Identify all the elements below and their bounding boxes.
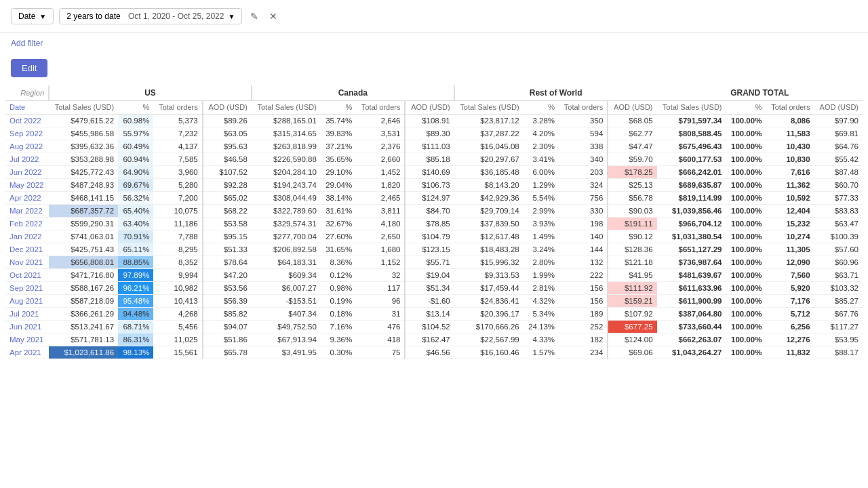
date-filter-button[interactable]: Date ▼ — [11, 8, 54, 24]
gt-orders-cell: 7,176 — [766, 295, 814, 308]
ca-orders-cell: 3,531 — [356, 127, 405, 140]
row-orders-header: Total orders — [559, 101, 608, 115]
gt-pct-cell: 100.00% — [726, 140, 766, 153]
us-sales-cell: $395,632.36 — [49, 140, 118, 153]
us-pct-cell: 60.94% — [118, 153, 153, 166]
us-sales-cell: $571,781.13 — [49, 333, 118, 346]
ca-orders-cell: 4,180 — [356, 218, 405, 230]
gt-sales-cell: $1,039,856.46 — [657, 205, 726, 218]
us-aod-cell: $89.26 — [203, 115, 252, 127]
ca-aod-cell: $124.97 — [405, 192, 454, 205]
us-aod-cell: $65.02 — [203, 192, 252, 205]
ca-sales-cell: $308,044.49 — [252, 192, 321, 205]
row-sales-cell: $9,313.53 — [454, 269, 524, 282]
ca-aod-header: AOD (USD) — [405, 101, 454, 115]
row-pct-cell: 24.13% — [524, 321, 559, 333]
us-aod-cell: $47.20 — [203, 269, 252, 282]
gt-pct-cell: 100.00% — [726, 282, 766, 295]
row-sales-cell: $23,817.12 — [454, 115, 524, 127]
row-aod-cell: $677.25 — [608, 321, 656, 333]
us-sales-cell: $656,808.01 — [49, 256, 118, 269]
table-row: Apr 2021 $1,023,611.86 98.13% 15,561 $65… — [5, 346, 863, 359]
gt-sales-cell: $1,043,264.27 — [657, 346, 726, 359]
gt-pct-cell: 100.00% — [726, 192, 766, 205]
ca-aod-cell: $111.03 — [405, 140, 454, 153]
table-row: Oct 2022 $479,615.22 60.98% 5,373 $89.26… — [5, 115, 863, 127]
gt-pct-cell: 100.00% — [726, 205, 766, 218]
us-sales-cell: $487,248.93 — [49, 179, 118, 192]
ca-aod-cell: $123.15 — [405, 243, 454, 256]
ca-aod-cell: $104.52 — [405, 321, 454, 333]
gt-orders-cell: 10,274 — [766, 230, 814, 243]
us-orders-cell: 5,456 — [153, 321, 202, 333]
date-cell: May 2021 — [5, 333, 49, 346]
ca-sales-cell: $49,752.50 — [252, 321, 321, 333]
gt-aod-cell: $87.48 — [814, 166, 863, 179]
ca-pct-cell: 8.36% — [321, 256, 356, 269]
date-cell: Jun 2021 — [5, 321, 49, 333]
row-sales-cell: $24,836.41 — [454, 295, 524, 308]
row-pct-cell: 1.49% — [524, 230, 559, 243]
gt-orders-cell: 15,232 — [766, 218, 814, 230]
gt-orders-cell: 11,583 — [766, 127, 814, 140]
gt-orders-cell: 7,560 — [766, 269, 814, 282]
gt-pct-cell: 100.00% — [726, 256, 766, 269]
ca-sales-cell: $64,183.31 — [252, 256, 321, 269]
us-sales-cell: $599,290.31 — [49, 218, 118, 230]
ca-orders-cell: 1,152 — [356, 256, 405, 269]
row-aod-cell: $128.36 — [608, 243, 656, 256]
us-pct-cell: 96.21% — [118, 282, 153, 295]
row-pct-cell: 1.99% — [524, 269, 559, 282]
chevron-down-icon: ▼ — [39, 13, 46, 20]
table-row: Aug 2022 $395,632.36 60.49% 4,137 $95.63… — [5, 140, 863, 153]
row-orders-cell: 324 — [559, 179, 608, 192]
date-range-button[interactable]: 2 years to date Oct 1, 2020 - Oct 25, 20… — [59, 8, 242, 24]
gt-sales-cell: $791,597.34 — [657, 115, 726, 127]
gt-orders-header: Total orders — [766, 101, 814, 115]
us-pct-cell: 97.89% — [118, 269, 153, 282]
us-aod-cell: $53.56 — [203, 282, 252, 295]
row-sales-cell: $29,709.14 — [454, 205, 524, 218]
ca-pct-cell: 31.61% — [321, 205, 356, 218]
close-filter-icon[interactable]: ✕ — [267, 9, 280, 23]
row-pct-cell: 3.41% — [524, 153, 559, 166]
row-pct-cell: 5.54% — [524, 192, 559, 205]
ca-orders-cell: 117 — [356, 282, 405, 295]
row-pct-cell: 6.00% — [524, 166, 559, 179]
ca-aod-cell: $55.71 — [405, 256, 454, 269]
edit-filter-icon[interactable]: ✎ — [248, 9, 261, 23]
date-cell: Mar 2022 — [5, 205, 49, 218]
gt-aod-cell: $77.33 — [814, 192, 863, 205]
gt-orders-cell: 10,430 — [766, 140, 814, 153]
ca-pct-cell: 38.14% — [321, 192, 356, 205]
edit-button[interactable]: Edit — [11, 59, 47, 77]
us-orders-cell: 7,788 — [153, 230, 202, 243]
row-aod-cell: $90.12 — [608, 230, 656, 243]
row-sales-cell: $8,143.20 — [454, 179, 524, 192]
gt-pct-cell: 100.00% — [726, 166, 766, 179]
gt-aod-cell: $88.17 — [814, 346, 863, 359]
table-row: Jan 2022 $741,063.01 70.91% 7,788 $95.15… — [5, 230, 863, 243]
row-orders-cell: 234 — [559, 346, 608, 359]
add-filter-link[interactable]: Add filter — [0, 33, 868, 54]
row-aod-cell: $90.03 — [608, 205, 656, 218]
ca-pct-cell: 0.98% — [321, 282, 356, 295]
row-pct-cell: 3.28% — [524, 115, 559, 127]
table-row: May 2022 $487,248.93 69.67% 5,280 $92.28… — [5, 179, 863, 192]
gt-pct-cell: 100.00% — [726, 346, 766, 359]
range-value: Oct 1, 2020 - Oct 25, 2022 — [128, 12, 224, 21]
ca-sales-cell: $194,243.74 — [252, 179, 321, 192]
gt-sales-cell: $689,635.87 — [657, 179, 726, 192]
gt-aod-cell: $57.60 — [814, 243, 863, 256]
us-pct-cell: 70.91% — [118, 230, 153, 243]
row-orders-cell: 222 — [559, 269, 608, 282]
us-orders-cell: 9,994 — [153, 269, 202, 282]
ca-pct-cell: 27.60% — [321, 230, 356, 243]
row-orders-cell: 132 — [559, 256, 608, 269]
gt-orders-cell: 8,086 — [766, 115, 814, 127]
ca-orders-cell: 2,376 — [356, 140, 405, 153]
us-pct-cell: 63.40% — [118, 218, 153, 230]
row-orders-cell: 252 — [559, 321, 608, 333]
gt-aod-cell: $117.27 — [814, 321, 863, 333]
row-aod-cell: $56.78 — [608, 192, 656, 205]
